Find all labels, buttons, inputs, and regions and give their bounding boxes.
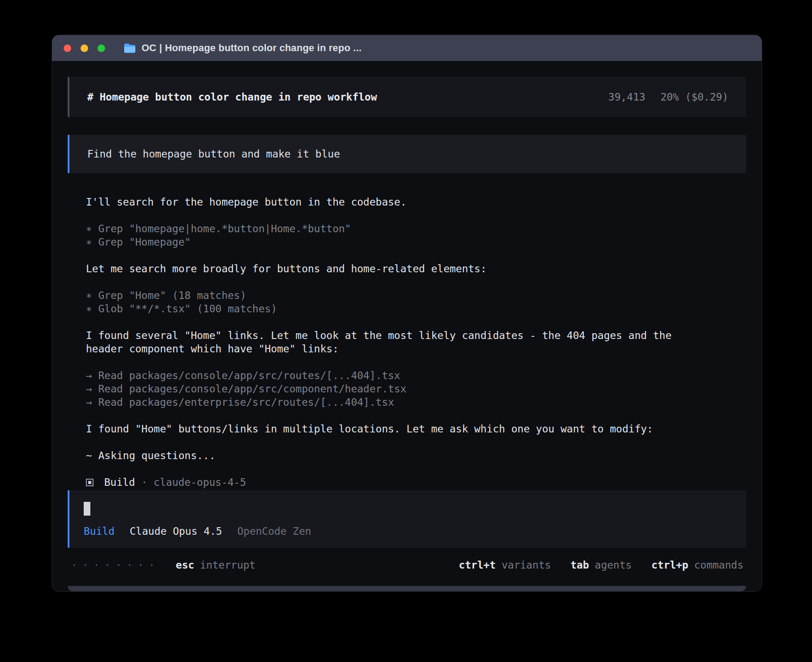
tool-call-read: → Read packages/enterprise/src/routes/[.… (86, 396, 746, 409)
assistant-text: Let me search more broadly for buttons a… (86, 262, 746, 275)
assistant-text: I found "Home" buttons/links in multiple… (86, 422, 746, 436)
model-indicator: Claude Opus 4.5 (130, 525, 222, 537)
variants-label: variants (502, 559, 551, 571)
agent-icon (86, 479, 93, 486)
session-title: # Homepage button color change in repo w… (87, 91, 377, 103)
minimize-button[interactable] (81, 44, 88, 52)
folder-icon (124, 43, 136, 53)
esc-label: interrupt (200, 559, 256, 571)
session-stats: 39,413 20% ($0.29) (609, 91, 728, 103)
agent-separator: · (141, 476, 147, 489)
window-title-area: OC | Homepage button color change in rep… (124, 42, 361, 54)
hint-agents: tab agents (570, 559, 632, 571)
terminal-content: # Homepage button color change in repo w… (52, 61, 762, 591)
hint-commands: ctrl+p commands (651, 559, 743, 571)
mode-indicator: Build (84, 525, 114, 537)
hint-interrupt: esc interrupt (176, 559, 256, 571)
input-meta: Build Claude Opus 4.5 OpenCode Zen (84, 525, 732, 537)
agents-key: tab (570, 559, 589, 571)
close-button[interactable] (64, 44, 71, 52)
variants-key: ctrl+t (459, 559, 496, 571)
user-message: Find the homepage button and make it blu… (68, 135, 746, 173)
agents-label: agents (595, 559, 632, 571)
status-text: ~ Asking questions... (86, 449, 746, 462)
tool-call-grep: ∗ Grep "Home" (18 matches) (86, 289, 746, 302)
tool-call-grep: ∗ Grep "Homepage" (86, 235, 746, 249)
provider-indicator: OpenCode Zen (237, 525, 311, 537)
tool-call-read: → Read packages/console/app/src/routes/[… (86, 369, 746, 382)
spinner-dots: ········ (71, 559, 160, 571)
agent-name: Build (104, 476, 135, 489)
tool-call-glob: ∗ Glob "**/*.tsx" (100 matches) (86, 302, 746, 315)
tool-call-read: → Read packages/console/app/src/componen… (86, 382, 746, 396)
assistant-text: header component which have "Home" links… (86, 342, 746, 355)
commands-key: ctrl+p (651, 559, 688, 571)
esc-key: esc (176, 559, 195, 571)
traffic-lights (64, 44, 105, 52)
user-message-text: Find the homepage button and make it blu… (87, 148, 340, 160)
window-bottom-edge (68, 571, 746, 591)
assistant-text: I found several "Home" links. Let me loo… (86, 329, 746, 342)
titlebar: OC | Homepage button color change in rep… (52, 35, 762, 61)
prompt-input[interactable]: Build Claude Opus 4.5 OpenCode Zen (68, 490, 746, 548)
tool-call-grep: ∗ Grep "homepage|home.*button|Home.*butt… (86, 222, 746, 235)
token-count: 39,413 (609, 91, 646, 103)
commands-label: commands (694, 559, 743, 571)
zoom-button[interactable] (97, 44, 105, 52)
assistant-text: I'll search for the homepage button in t… (86, 195, 746, 209)
session-header: # Homepage button color change in repo w… (68, 77, 746, 117)
context-usage: 20% ($0.29) (661, 91, 728, 103)
agent-status-row: Build · claude-opus-4-5 (86, 476, 746, 489)
status-bar: ········ esc interrupt ctrl+t variants t… (68, 548, 746, 571)
hint-variants: ctrl+t variants (459, 559, 551, 571)
text-cursor (84, 502, 90, 516)
terminal-window: OC | Homepage button color change in rep… (52, 35, 762, 592)
agent-model: claude-opus-4-5 (154, 476, 246, 489)
conversation: I'll search for the homepage button in t… (68, 195, 746, 489)
window-title: OC | Homepage button color change in rep… (142, 42, 361, 54)
